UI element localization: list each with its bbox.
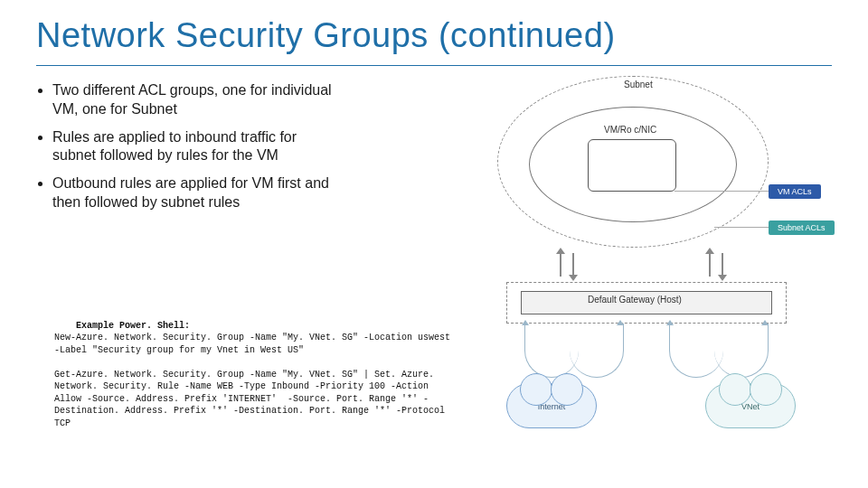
leader-line-vm [675,191,769,192]
nsg-diagram: Subnet VM/Ro c/NIC VM ACLs Subnet ACLs D… [479,67,841,455]
leader-line-subnet [714,227,769,228]
example-code-block: Example Power. Shell: New-Azure. Network… [54,307,452,442]
flow-curve-icon [714,324,769,378]
slide-title: Network Security Groups (continued) [36,16,616,55]
bidir-arrow-icon [556,248,581,280]
bullet-item: Rules are applied to inbound traffic for… [52,128,335,166]
example-command-1: New-Azure. Network. Security. Group -Nam… [54,333,456,355]
slide-root: Network Security Groups (continued) Two … [0,0,868,488]
vm-acls-badge: VM ACLs [769,184,821,199]
title-underline [36,65,832,66]
bidir-arrow-icon [705,248,731,280]
example-command-2: Get-Azure. Network. Security. Group -Nam… [54,370,450,428]
bullet-list: Two different ACL groups, one for indivi… [36,81,335,221]
example-label: Example Power. Shell: [76,321,190,331]
vnet-cloud-icon: VNet [705,383,796,428]
host-label: Default Gateway (Host) [588,295,682,305]
vm-role-nic-label: VM/Ro c/NIC [604,125,656,135]
bullet-item: Two different ACL groups, one for indivi… [52,81,335,119]
flow-curve-icon [570,324,624,378]
internet-cloud-icon: Internet [506,383,597,428]
bullet-item: Outbound rules are applied for VM first … [52,174,335,212]
vm-box [588,139,676,192]
subnet-label: Subnet [624,80,653,89]
subnet-acls-badge: Subnet ACLs [769,221,835,235]
